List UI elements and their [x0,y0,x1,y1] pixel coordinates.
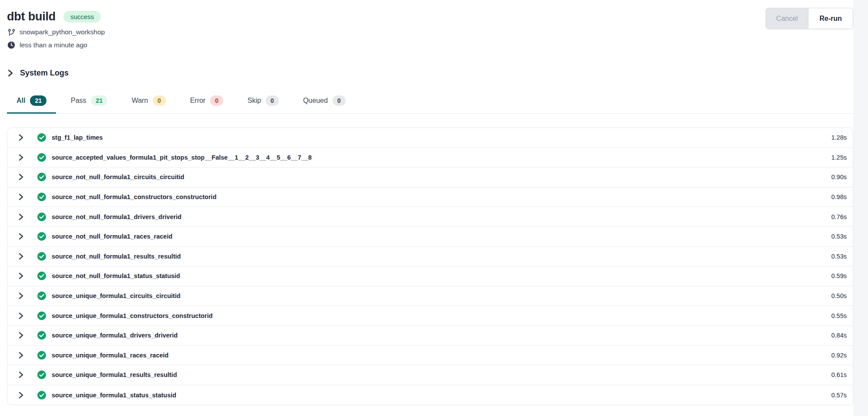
pass-check-icon [37,252,46,261]
chevron-right-icon[interactable] [18,233,24,240]
result-name: source_unique_formula1_races_raceid [52,352,168,359]
result-duration: 0.53s [832,233,847,240]
result-duration: 0.50s [832,292,847,299]
result-row[interactable]: source_not_null_formula1_drivers_driveri… [7,207,853,227]
pass-check-icon [37,193,46,201]
tab-skip[interactable]: Skip 0 [238,90,288,114]
result-name: source_not_null_formula1_status_statusid [52,272,180,279]
tab-label: All [17,97,25,105]
tab-warn[interactable]: Warn 0 [122,90,175,114]
cancel-button[interactable]: Cancel [766,8,808,29]
result-row[interactable]: source_unique_formula1_constructors_cons… [7,306,853,326]
chevron-right-icon[interactable] [18,174,24,180]
result-row[interactable]: source_not_null_formula1_status_statusid… [7,266,853,286]
result-row[interactable]: stg_f1_lap_times 1.28s [7,128,853,148]
clock-icon [7,41,16,49]
tab-error[interactable]: Error 0 [181,90,233,114]
result-row[interactable]: source_not_null_formula1_circuits_circui… [7,167,853,187]
tab-label: Pass [71,97,86,105]
chevron-right-icon[interactable] [18,371,24,378]
chevron-right-icon[interactable] [18,154,24,161]
result-name: source_unique_formula1_drivers_driverid [52,332,178,339]
chevron-right-icon[interactable] [18,352,24,359]
result-name: source_not_null_formula1_results_resulti… [52,253,181,260]
chevron-right-icon[interactable] [18,292,24,299]
run-actions: Cancel Re-run [766,8,853,29]
run-time-row: less than a minute ago [7,39,853,51]
chevron-right-icon [7,69,13,77]
tab-all[interactable]: All 21 [7,90,56,114]
pass-check-icon [37,133,46,142]
result-duration: 0.84s [832,332,847,339]
tab-label: Error [190,97,206,105]
result-duration: 0.92s [832,352,847,359]
result-name: source_not_null_formula1_races_raceid [52,233,172,240]
chevron-right-icon[interactable] [18,272,24,279]
tab-label: Warn [132,97,148,105]
tab-count-badge: 21 [91,95,108,106]
result-duration: 0.98s [832,193,847,200]
result-name: source_unique_formula1_circuits_circuiti… [52,292,181,299]
result-name: source_unique_formula1_results_resultid [52,371,177,378]
rerun-button[interactable]: Re-run [808,8,853,29]
result-row[interactable]: source_not_null_formula1_constructors_co… [7,187,853,207]
result-row[interactable]: source_not_null_formula1_results_resulti… [7,247,853,267]
result-name: source_unique_formula1_constructors_cons… [52,312,213,319]
run-time-text: less than a minute ago [20,41,87,49]
run-header: dbt build success [7,8,853,25]
tab-count-badge: 0 [266,95,279,106]
result-row[interactable]: source_unique_formula1_results_resultid … [7,365,853,385]
result-name: source_not_null_formula1_constructors_co… [52,193,217,200]
result-duration: 1.25s [832,154,847,161]
pass-check-icon [37,391,46,400]
tab-bar: All 21 Pass 21 Warn 0 Error 0 Skip 0 Que… [7,90,853,114]
result-name: source_unique_formula1_status_statusid [52,392,176,399]
result-name: source_not_null_formula1_circuits_circui… [52,174,184,180]
system-logs-label: System Logs [20,69,69,78]
tab-pass[interactable]: Pass 21 [61,90,117,114]
chevron-right-icon[interactable] [18,253,24,260]
pass-check-icon [37,213,46,221]
chevron-right-icon[interactable] [18,193,24,200]
pass-check-icon [37,370,46,379]
result-duration: 0.57s [832,392,847,399]
tab-label: Skip [248,97,261,105]
pass-check-icon [37,173,46,181]
result-row[interactable]: source_unique_formula1_races_raceid 0.92… [7,346,853,366]
pass-check-icon [37,272,46,280]
git-branch-row: snowpark_python_workshop [7,26,853,38]
chevron-right-icon[interactable] [18,312,24,319]
results-list: stg_f1_lap_times 1.28s source_accepted_v… [7,128,853,405]
chevron-right-icon[interactable] [18,332,24,339]
result-row[interactable]: source_unique_formula1_drivers_driverid … [7,326,853,346]
branch-name: snowpark_python_workshop [20,28,105,36]
chevron-right-icon[interactable] [18,134,24,141]
chevron-right-icon[interactable] [18,392,24,399]
result-row[interactable]: source_unique_formula1_status_statusid 0… [7,385,853,405]
pass-check-icon [37,351,46,360]
pass-check-icon [37,232,46,241]
result-duration: 0.53s [832,253,847,260]
pass-check-icon [37,311,46,320]
pass-check-icon [37,331,46,340]
result-name: source_accepted_values_formula1_pit_stop… [52,154,312,161]
result-row[interactable]: source_accepted_values_formula1_pit_stop… [7,148,853,168]
result-duration: 0.55s [832,312,847,319]
chevron-right-icon[interactable] [18,213,24,220]
result-duration: 0.59s [832,272,847,279]
pass-check-icon [37,292,46,300]
page-title: dbt build [7,10,56,23]
result-row[interactable]: source_unique_formula1_circuits_circuiti… [7,286,853,306]
result-name: source_not_null_formula1_drivers_driveri… [52,213,182,220]
status-badge: success [63,11,101,23]
tab-label: Queued [303,97,328,105]
result-duration: 1.28s [832,134,847,141]
pass-check-icon [37,153,46,162]
system-logs-toggle[interactable]: System Logs [7,67,853,79]
result-row[interactable]: source_not_null_formula1_races_raceid 0.… [7,227,853,247]
result-duration: 0.76s [832,213,847,220]
tab-count-badge: 0 [210,95,223,106]
scrollbar-gutter[interactable] [853,0,868,416]
tab-queued[interactable]: Queued 0 [294,90,355,114]
run-detail-page: dbt build success snowpark_python_worksh… [7,0,853,405]
